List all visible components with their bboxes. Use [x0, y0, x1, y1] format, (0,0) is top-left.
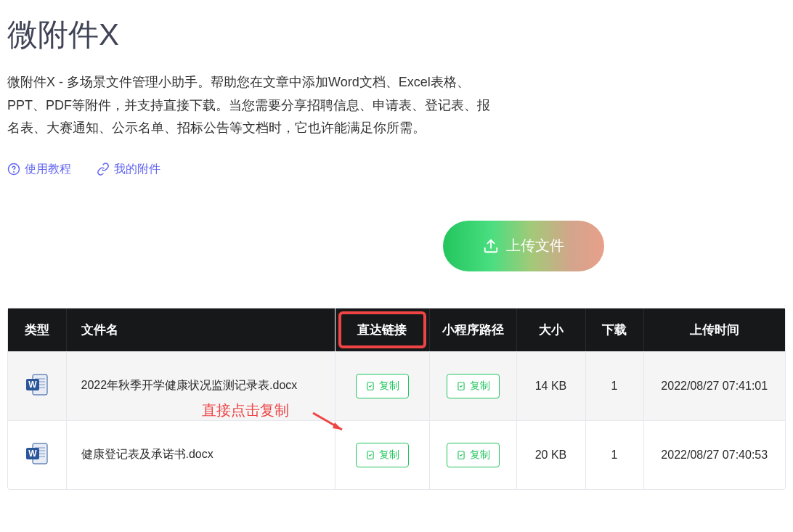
- th-type: 类型: [8, 308, 66, 352]
- cell-direct-link: 复制: [335, 351, 429, 420]
- copy-button-label: 复制: [379, 449, 399, 462]
- cell-upload-time: 2022/08/27 07:41:01: [643, 351, 785, 420]
- my-attachments-link-label: 我的附件: [114, 162, 160, 177]
- cell-upload-time: 2022/08/27 07:40:53: [643, 420, 785, 489]
- th-downloads: 下载: [585, 308, 643, 352]
- copy-direct-link-button[interactable]: 复制: [356, 374, 409, 398]
- word-file-icon: W: [25, 441, 49, 466]
- page-description: 微附件X - 多场景文件管理小助手。帮助您在文章中添加Word文档、Excel表…: [7, 71, 501, 140]
- cell-downloads: 1: [585, 420, 643, 489]
- copy-button-label: 复制: [470, 449, 490, 462]
- th-direct-link: 直达链接: [335, 308, 429, 352]
- copy-direct-link-button[interactable]: 复制: [356, 443, 409, 467]
- th-mini-program-path: 小程序路径: [429, 308, 516, 352]
- copy-button-label: 复制: [379, 380, 399, 393]
- copy-path-button[interactable]: 复制: [447, 443, 500, 467]
- copy-button-label: 复制: [470, 380, 490, 393]
- cell-direct-link: 复制: [335, 420, 429, 489]
- th-size: 大小: [516, 308, 585, 352]
- svg-text:W: W: [28, 449, 37, 459]
- cell-type: W: [8, 351, 66, 420]
- cell-filename: 健康登记表及承诺书.docx: [66, 420, 335, 489]
- th-name: 文件名: [66, 308, 335, 352]
- word-file-icon: W: [25, 372, 49, 397]
- th-direct-link-label: 直达链接: [357, 323, 407, 337]
- upload-button[interactable]: 上传文件: [443, 221, 604, 271]
- svg-point-1: [14, 171, 15, 172]
- table-row: W 健康登记表及承诺书.docx 复制 复制: [8, 420, 785, 489]
- question-circle-icon: [7, 163, 20, 176]
- link-icon: [97, 163, 110, 176]
- header-section: 微附件X 微附件X - 多场景文件管理小助手。帮助您在文章中添加Word文档、E…: [0, 0, 793, 184]
- links-row: 使用教程 我的附件: [7, 162, 786, 177]
- tutorial-link[interactable]: 使用教程: [7, 162, 71, 177]
- upload-button-label: 上传文件: [506, 236, 564, 255]
- page-title: 微附件X: [7, 15, 786, 55]
- file-table-container: 类型 文件名 直达链接 小程序路径 大小 下载 上传时间: [7, 308, 786, 490]
- upload-icon: [483, 238, 499, 254]
- cell-size: 20 KB: [516, 420, 585, 489]
- cell-filename: 2022年秋季开学健康状况监测记录表.docx: [66, 351, 335, 420]
- tutorial-link-label: 使用教程: [25, 162, 71, 177]
- cell-size: 14 KB: [516, 351, 585, 420]
- cell-mini-program-path: 复制: [429, 420, 516, 489]
- cell-type: W: [8, 420, 66, 489]
- th-upload-time: 上传时间: [643, 308, 785, 352]
- file-table: 类型 文件名 直达链接 小程序路径 大小 下载 上传时间: [8, 308, 785, 489]
- copy-path-button[interactable]: 复制: [447, 374, 500, 398]
- my-attachments-link[interactable]: 我的附件: [97, 162, 160, 177]
- svg-text:W: W: [28, 380, 37, 390]
- cell-downloads: 1: [585, 351, 643, 420]
- upload-row: 上传文件: [0, 184, 793, 300]
- cell-mini-program-path: 复制: [429, 351, 516, 420]
- table-row: W 2022年秋季开学健康状况监测记录表.docx 复制 复制: [8, 351, 785, 420]
